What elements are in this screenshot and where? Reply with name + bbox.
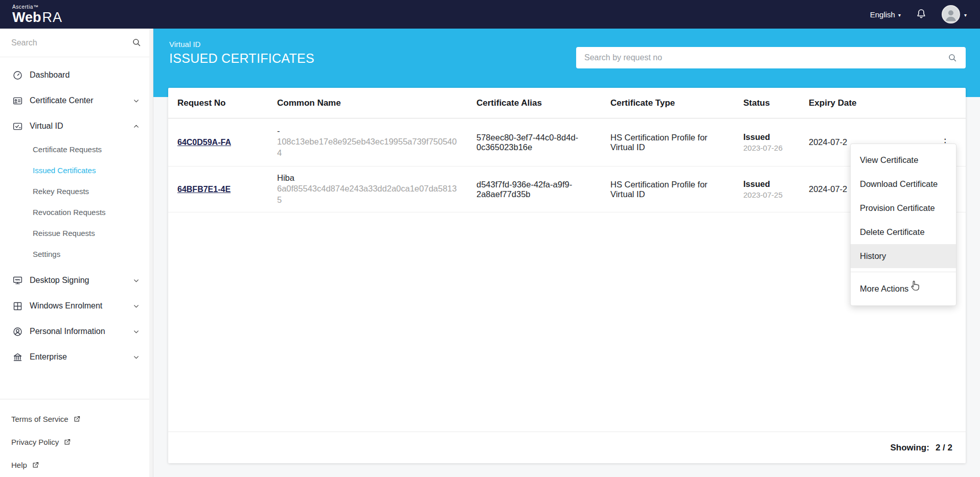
request-search [576,47,966,68]
privacy-policy-label: Privacy Policy [11,438,59,446]
terms-of-service-link[interactable]: Terms of Service [0,408,153,431]
main-content: Virtual ID ISSUED CERTIFICATES Request N… [153,29,980,477]
request-no-link[interactable]: 64C0D59A-FA [177,138,231,147]
sidebar-item-settings[interactable]: Settings [0,244,153,265]
language-label: English [870,10,895,19]
sidebar-item-label: Virtual ID [30,122,63,131]
table-row: 64C0D59A-FA - 108c13ebe17e8e925eb43ec199… [168,118,966,166]
showing-label: Showing: [890,443,929,453]
common-name: Hiba [277,173,461,183]
chevron-down-icon: ▾ [964,12,967,18]
table-footer: Showing: 2 / 2 [168,432,966,463]
status-badge: Issued [743,179,793,189]
notifications-bell-icon[interactable] [915,8,927,20]
sidebar-item-enterprise[interactable]: Enterprise [0,344,153,370]
menu-item-more-actions[interactable]: More Actions [851,276,956,301]
chevron-down-icon [133,328,140,335]
sidebar-item-rekey-requests[interactable]: Rekey Requests [0,181,153,202]
external-link-icon [73,415,81,423]
column-certificate-alias: Certificate Alias [476,98,610,108]
desktop-signing-icon [12,275,23,286]
sidebar-item-revocation-requests[interactable]: Revocation Requests [0,202,153,223]
help-label: Help [11,461,27,469]
sidebar-item-label: Personal Information [30,327,105,336]
menu-item-view-certificate[interactable]: View Certificate [851,148,956,172]
sidebar-item-windows-enrolment[interactable]: Windows Enrolment [0,293,153,319]
menu-item-delete-certificate[interactable]: Delete Certificate [851,220,956,244]
menu-item-download-certificate[interactable]: Download Certificate [851,172,956,196]
request-search-input[interactable] [584,53,948,62]
chevron-down-icon [133,277,140,284]
certificate-type: HS Certification Profile for Virtual ID [610,180,743,199]
table-row: 64BFB7E1-4E Hiba 6a0f85543c4d874e243a33d… [168,166,966,212]
mouse-pointer-hand-icon [909,280,920,292]
row-actions-menu: View Certificate Download Certificate Pr… [850,144,956,306]
avatar [942,5,960,23]
sidebar-item-issued-certificates[interactable]: Issued Certificates [0,160,153,181]
status-badge: Issued [743,132,793,142]
sidebar-scrollbar[interactable] [149,29,153,477]
status-date: 2023-07-26 [743,144,793,152]
menu-item-history[interactable]: History [851,244,956,268]
table-header: Request No Common Name Certificate Alias… [168,88,966,118]
sidebar-item-label: Certificate Center [30,96,94,105]
sidebar-item-dashboard[interactable]: Dashboard [0,62,153,88]
brand-webra: WebRA [12,10,62,25]
sidebar-item-virtual-id[interactable]: Virtual ID [0,113,153,139]
sidebar-item-label: Desktop Signing [30,276,89,285]
chevron-down-icon: ▾ [898,12,901,18]
common-name-hash: 6a0f85543c4d874e243a33dd2a0ca1e07da58135 [277,183,461,206]
menu-item-provision-certificate[interactable]: Provision Certificate [851,196,956,220]
sidebar-search [0,29,153,57]
topbar: Ascertia™ WebRA English ▾ ▾ [0,0,980,29]
sidebar-item-desktop-signing[interactable]: Desktop Signing [0,268,153,293]
sidebar-item-label: Enterprise [30,352,67,362]
help-link[interactable]: Help [0,454,153,476]
privacy-policy-link[interactable]: Privacy Policy [0,431,153,454]
page-header-band: Virtual ID ISSUED CERTIFICATES [153,29,980,97]
certificate-type: HS Certification Profile for Virtual ID [610,133,743,152]
virtual-id-submenu: Certificate Requests Issued Certificates… [0,139,153,268]
column-request-no: Request No [177,98,277,108]
language-selector[interactable]: English ▾ [870,10,901,19]
terms-of-service-label: Terms of Service [11,415,69,423]
sidebar-item-personal-information[interactable]: Personal Information [0,319,153,344]
breadcrumb: Virtual ID [169,40,314,49]
column-expiry-date: Expiry Date [809,98,925,108]
certificate-card-icon [12,96,23,106]
common-name-hash: 108c13ebe17e8e925eb43ec19955a739f7505404 [277,136,461,159]
page-title: ISSUED CERTIFICATES [169,51,314,66]
showing-count: 2 / 2 [936,443,952,453]
request-no-link[interactable]: 64BFB7E1-4E [177,185,231,194]
status-date: 2023-07-25 [743,190,793,199]
sidebar-item-certificate-requests[interactable]: Certificate Requests [0,139,153,160]
column-certificate-type: Certificate Type [610,98,743,108]
sidebar-item-label: Dashboard [30,70,70,80]
sidebar-item-reissue-requests[interactable]: Reissue Requests [0,223,153,244]
chevron-down-icon [133,354,140,361]
bank-building-icon [12,352,23,363]
chevron-down-icon [133,98,140,104]
column-status: Status [743,98,809,108]
person-icon [12,326,23,337]
brand-ascertia: Ascertia™ [12,5,62,10]
search-icon[interactable] [132,38,142,47]
sidebar-nav: Dashboard Certificate Center Virtual ID … [0,57,153,370]
external-link-icon [32,461,39,469]
common-name: - [277,126,461,136]
sidebar: Dashboard Certificate Center Virtual ID … [0,29,153,477]
brand-logo[interactable]: Ascertia™ WebRA [12,5,62,25]
sidebar-footer: Terms of Service Privacy Policy Help Abo… [0,399,153,477]
issued-certificates-card: Request No Common Name Certificate Alias… [168,88,966,463]
search-icon[interactable] [948,53,958,63]
certificate-alias: d543f7fd-936e-42fa-a9f9-2a8aef77d35b [476,180,610,199]
dashboard-icon [12,70,23,81]
user-menu[interactable]: ▾ [942,5,967,23]
chevron-down-icon [133,303,140,309]
column-common-name: Common Name [277,98,476,108]
menu-divider [851,272,956,272]
sidebar-search-input[interactable] [11,38,132,47]
chevron-up-icon [133,123,140,130]
sidebar-item-label: Windows Enrolment [30,301,102,311]
sidebar-item-certificate-center[interactable]: Certificate Center [0,88,153,113]
